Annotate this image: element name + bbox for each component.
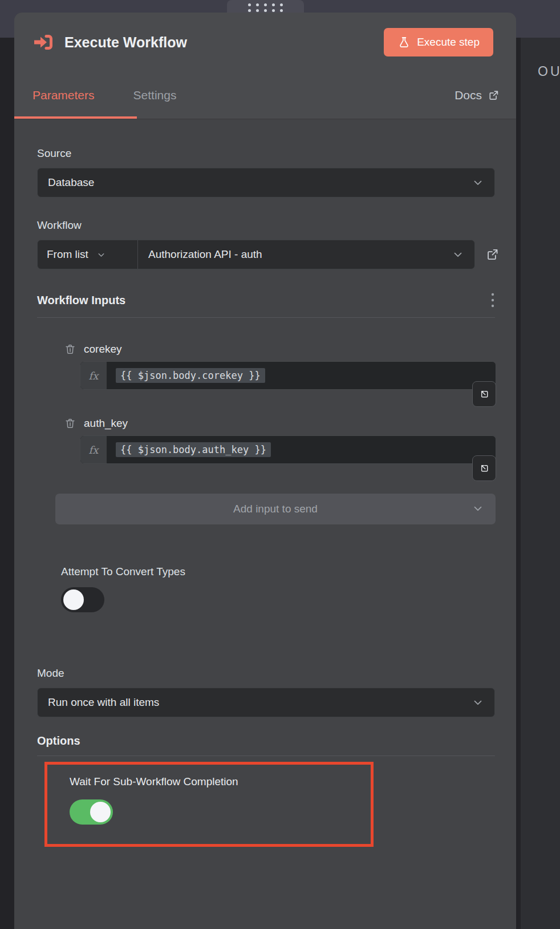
workflow-value: Authorization API - auth <box>148 248 262 261</box>
toggle-knob <box>63 589 84 610</box>
drag-handle-dots-icon <box>248 3 283 12</box>
expand-expression-icon <box>478 462 490 474</box>
chevron-down-icon <box>472 176 484 189</box>
convert-types-toggle[interactable] <box>61 587 104 612</box>
expand-expression-icon <box>478 388 490 400</box>
fx-prefix: fx <box>80 436 107 463</box>
source-label: Source <box>37 147 495 160</box>
node-title: Execute Workflow <box>64 34 187 51</box>
input-name: auth_key <box>84 417 128 430</box>
expand-expression-button[interactable] <box>472 381 496 407</box>
flask-icon <box>397 36 411 49</box>
docs-link[interactable]: Docs <box>455 88 500 102</box>
expand-expression-button[interactable] <box>472 455 496 481</box>
add-input-label: Add input to send <box>233 503 318 515</box>
mode-select-value: Run once with all items <box>48 696 159 709</box>
tab-parameters[interactable]: Parameters <box>14 88 95 102</box>
open-workflow-external-link-icon[interactable] <box>485 247 500 262</box>
section-divider <box>37 756 495 756</box>
docs-link-label: Docs <box>455 88 482 102</box>
fx-prefix: fx <box>80 362 107 389</box>
external-link-icon <box>488 89 500 102</box>
workflow-value-select[interactable]: Authorization API - auth <box>138 240 474 269</box>
mode-select[interactable]: Run once with all items <box>37 688 495 717</box>
active-tab-underline <box>14 116 137 119</box>
source-select-value: Database <box>48 176 94 189</box>
chevron-down-icon <box>472 502 484 515</box>
toggle-knob <box>90 802 111 822</box>
workflow-select: From list Authorization API - auth <box>37 240 475 269</box>
workflow-mode-value: From list <box>47 248 88 261</box>
workflow-input-row: auth_key <box>64 417 516 430</box>
node-details-panel: Execute Workflow Execute step Parameters… <box>14 13 516 929</box>
tabs-bar: Parameters Settings Docs <box>14 72 516 119</box>
parameters-pane: Source Database Workflow From list Autho… <box>14 147 516 847</box>
kebab-menu-icon[interactable] <box>490 292 495 308</box>
expression-value[interactable]: {{ $json.body.auth_key }} <box>116 442 271 457</box>
annotation-highlight-box: Wait For Sub-Workflow Completion <box>44 762 374 847</box>
source-select[interactable]: Database <box>37 168 495 197</box>
chevron-down-icon <box>452 248 464 261</box>
trash-icon[interactable] <box>64 343 76 356</box>
wait-toggle-label: Wait For Sub-Workflow Completion <box>70 775 371 788</box>
execute-workflow-icon <box>33 32 53 52</box>
trash-icon[interactable] <box>64 417 76 430</box>
workflow-mode-select[interactable]: From list <box>38 240 138 269</box>
input-name: corekey <box>84 343 122 356</box>
expression-field[interactable]: fx {{ $json.body.corekey }} <box>80 361 496 390</box>
chevron-down-icon <box>472 696 484 709</box>
workflow-input-row: corekey <box>64 343 516 356</box>
expression-value[interactable]: {{ $json.body.corekey }} <box>116 368 265 383</box>
section-divider <box>37 317 495 318</box>
wait-for-subworkflow-toggle[interactable] <box>70 799 113 825</box>
execute-step-button[interactable]: Execute step <box>384 28 493 56</box>
chevron-down-icon <box>96 250 106 260</box>
mode-label: Mode <box>37 667 495 680</box>
output-panel-title: OUTPUT <box>538 64 560 79</box>
add-input-button[interactable]: Add input to send <box>55 494 496 524</box>
workflow-inputs-title: Workflow Inputs <box>37 294 125 307</box>
panel-header: Execute Workflow Execute step Parameters… <box>14 13 516 119</box>
execute-step-label: Execute step <box>417 36 480 49</box>
options-title: Options <box>37 734 80 748</box>
workflow-label: Workflow <box>37 219 495 232</box>
tab-settings[interactable]: Settings <box>133 88 177 102</box>
output-panel: OUTPUT <box>521 38 560 929</box>
convert-types-label: Attempt To Convert Types <box>61 566 516 578</box>
expression-field[interactable]: fx {{ $json.body.auth_key }} <box>80 435 496 464</box>
